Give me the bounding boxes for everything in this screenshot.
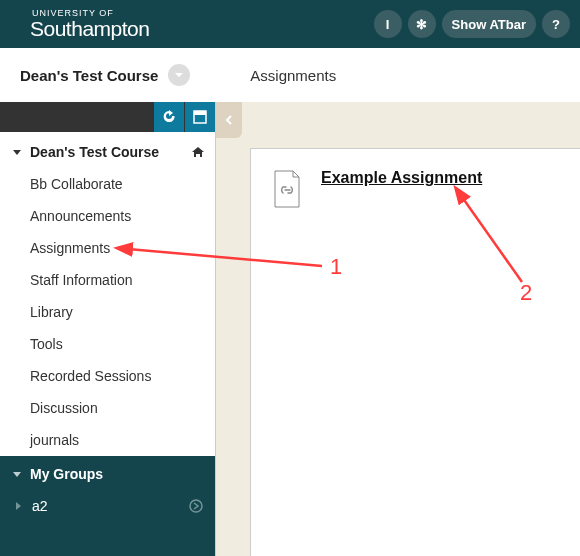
my-groups-section: My Groups a2: [0, 456, 215, 556]
collapse-triangle-icon: [12, 469, 22, 479]
course-menu-header[interactable]: Dean's Test Course: [0, 132, 215, 168]
sidebar-item-staff-information[interactable]: Staff Information: [0, 264, 215, 296]
refresh-icon: [161, 109, 177, 125]
sidebar-item-discussion[interactable]: Discussion: [0, 392, 215, 424]
group-label: a2: [32, 498, 48, 514]
sidebar-item-journals[interactable]: journals: [0, 424, 215, 456]
settings-star-button[interactable]: ✻: [408, 10, 436, 38]
university-logo: UNIVERSITY OF Southampton: [30, 9, 149, 39]
breadcrumb-page: Assignments: [250, 67, 336, 84]
my-groups-title: My Groups: [30, 466, 103, 482]
assignment-title-link[interactable]: Example Assignment: [321, 169, 482, 187]
svg-point-2: [190, 500, 202, 512]
show-atbar-button[interactable]: Show ATbar: [442, 10, 536, 38]
main-area: Dean's Test Course Bb Collaborate Announ…: [0, 102, 580, 556]
course-title: Dean's Test Course: [30, 144, 159, 160]
my-groups-header[interactable]: My Groups: [0, 456, 215, 490]
chevron-left-icon: [224, 115, 234, 125]
content-panel: Example Assignment: [250, 148, 580, 556]
help-button[interactable]: ?: [542, 10, 570, 38]
sidebar-item-assignments[interactable]: Assignments: [0, 232, 215, 264]
info-button[interactable]: I: [374, 10, 402, 38]
refresh-button[interactable]: [154, 102, 184, 132]
layout-icon: [192, 109, 208, 125]
expand-triangle-icon: [14, 501, 22, 511]
sidebar-toolbar: [0, 102, 215, 132]
collapse-sidebar-tab[interactable]: [216, 102, 242, 138]
svg-rect-1: [194, 111, 206, 115]
document-link-icon: [271, 169, 303, 209]
breadcrumb: Dean's Test Course Assignments: [0, 48, 580, 102]
breadcrumb-course[interactable]: Dean's Test Course: [20, 67, 158, 84]
layout-toggle-button[interactable]: [185, 102, 215, 132]
home-icon[interactable]: [191, 145, 205, 159]
sidebar: Dean's Test Course Bb Collaborate Announ…: [0, 102, 215, 556]
sidebar-item-recorded-sessions[interactable]: Recorded Sessions: [0, 360, 215, 392]
content-area: Example Assignment: [215, 102, 580, 556]
collapse-triangle-icon: [12, 147, 22, 157]
sidebar-item-announcements[interactable]: Announcements: [0, 200, 215, 232]
group-item-a2[interactable]: a2: [0, 490, 215, 522]
course-menu: Dean's Test Course Bb Collaborate Announ…: [0, 132, 215, 456]
sidebar-item-tools[interactable]: Tools: [0, 328, 215, 360]
breadcrumb-expand-icon[interactable]: [168, 64, 190, 86]
go-arrow-icon[interactable]: [189, 499, 203, 513]
sidebar-item-library[interactable]: Library: [0, 296, 215, 328]
assignment-item[interactable]: Example Assignment: [271, 169, 560, 209]
sidebar-item-bb-collaborate[interactable]: Bb Collaborate: [0, 168, 215, 200]
top-bar: UNIVERSITY OF Southampton I ✻ Show ATbar…: [0, 0, 580, 48]
logo-main-text: Southampton: [30, 18, 149, 39]
